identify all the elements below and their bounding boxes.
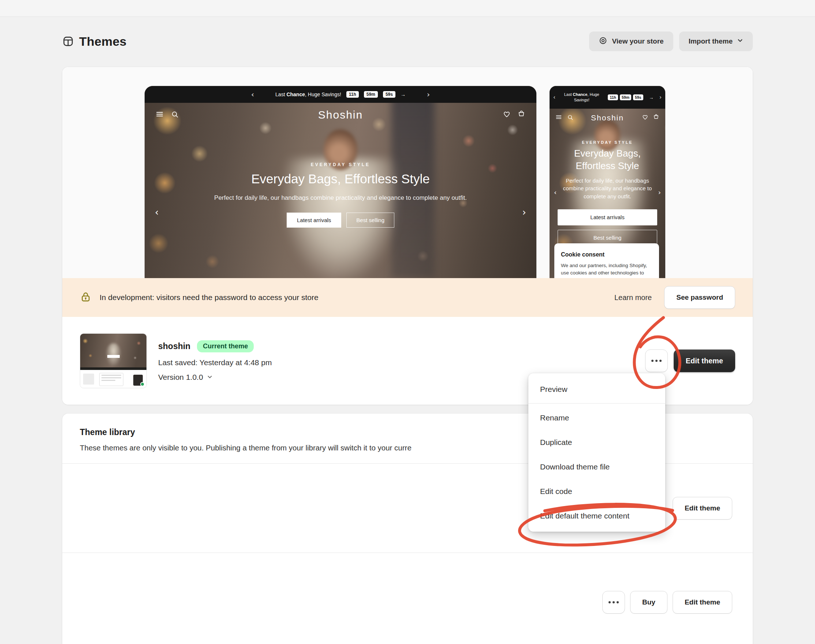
version-selector[interactable]: Version 1.0.0: [158, 373, 272, 382]
themes-page: Themes View your store Import theme: [0, 0, 815, 644]
countdown-seconds-badge: 59s: [383, 91, 395, 98]
current-theme-card: ‹ Last Chance, Huge Savings! 11h 59m 59s…: [62, 67, 753, 405]
dev-banner-message: In development: visitors need the passwo…: [100, 293, 318, 302]
hero-subtitle: Perfect for daily life, our handbags com…: [558, 177, 657, 201]
hero-title: Everyday Bags, Effortless Style: [145, 172, 537, 186]
ellipsis-icon: [651, 360, 654, 362]
themes-icon: [62, 35, 74, 47]
version-label: Version 1.0.0: [158, 373, 203, 382]
view-store-label: View your store: [612, 37, 663, 45]
last-saved-text: Last saved: Yesterday at 4:48 pm: [158, 358, 272, 367]
dev-mode-banner: In development: visitors need the passwo…: [62, 278, 753, 317]
heart-icon: [503, 110, 511, 120]
edit-theme-button[interactable]: Edit theme: [674, 350, 735, 372]
theme-actions-menu: Preview Rename Duplicate Download theme …: [528, 373, 665, 532]
menu-item-preview[interactable]: Preview: [531, 377, 662, 402]
carousel-next-icon: ›: [658, 189, 661, 196]
announcement-bar-mobile: ‹ Last Chance, Huge Savings! 11h 59m 59s…: [549, 86, 665, 109]
menu-item-edit-default-theme-content[interactable]: Edit default theme content: [531, 503, 662, 528]
heart-icon: [642, 114, 648, 122]
latest-arrivals-button: Latest arrivals: [558, 209, 657, 225]
cookie-title: Cookie consent: [561, 251, 652, 258]
search-icon: [171, 110, 179, 120]
import-theme-button[interactable]: Import theme: [679, 31, 753, 51]
hero-title: Everyday Bags, Effortless Style: [558, 147, 657, 172]
menu-divider: [528, 403, 665, 403]
menu-item-duplicate[interactable]: Duplicate: [531, 430, 662, 454]
library-theme-row: Buy Edit theme: [62, 552, 753, 644]
lock-icon: [80, 291, 92, 304]
eye-icon: [599, 36, 607, 47]
theme-thumbnail: [80, 333, 147, 388]
theme-preview-area: ‹ Last Chance, Huge Savings! 11h 59m 59s…: [62, 67, 753, 278]
more-actions-button[interactable]: [645, 350, 668, 372]
prev-arrow-icon: ‹: [251, 90, 254, 99]
hero-subtitle: Perfect for daily life, our handbags com…: [145, 194, 537, 202]
cookie-body: We and our partners, including Shopify, …: [561, 262, 652, 278]
best-selling-button: Best selling: [346, 213, 394, 228]
next-arrow-icon: ›: [660, 94, 661, 101]
countdown-minutes-badge: 59m: [364, 91, 378, 98]
next-arrow-icon: ›: [427, 90, 430, 99]
view-store-button[interactable]: View your store: [589, 31, 673, 51]
see-password-button[interactable]: See password: [664, 286, 735, 309]
page-header: Themes View your store Import theme: [62, 31, 753, 52]
hamburger-icon: [555, 114, 562, 122]
latest-arrivals-button: Latest arrivals: [287, 213, 341, 228]
page-title: Themes: [79, 34, 127, 49]
store-logo: Shoshin: [318, 109, 363, 121]
hamburger-icon: [155, 110, 164, 120]
announcement-text: Last Chance, Huge Savings!: [275, 92, 341, 97]
announcement-bar: ‹ Last Chance, Huge Savings! 11h 59m 59s…: [145, 86, 537, 103]
countdown-hours-badge: 11h: [346, 91, 359, 98]
search-icon: [567, 114, 574, 122]
chevron-down-icon: [207, 373, 213, 382]
hero-section: EVERYDAY STYLE Everyday Bags, Effortless…: [145, 162, 537, 228]
ellipsis-icon: [609, 601, 611, 603]
store-logo: Shoshin: [591, 113, 624, 122]
cart-icon: [653, 114, 660, 122]
carousel-next-icon: ›: [523, 207, 526, 218]
buy-button[interactable]: Buy: [630, 591, 667, 613]
learn-more-link[interactable]: Learn more: [614, 293, 652, 302]
arrow-right-icon: →: [401, 92, 406, 97]
theme-name: shoshin: [158, 341, 191, 351]
edit-theme-button[interactable]: Edit theme: [673, 591, 732, 613]
mobile-store-preview: ‹ Last Chance, Huge Savings! 11h 59m 59s…: [549, 86, 665, 278]
announcement-text: Last Chance, Huge Savings!: [561, 92, 602, 103]
more-actions-button[interactable]: [602, 591, 625, 613]
hero-eyebrow: EVERYDAY STYLE: [558, 140, 657, 144]
menu-item-rename[interactable]: Rename: [531, 405, 662, 430]
chevron-down-icon: [737, 37, 743, 45]
hero-section-mobile: EVERYDAY STYLE Everyday Bags, Effortless…: [549, 140, 665, 246]
cookie-consent-card: Cookie consent We and our partners, incl…: [554, 243, 659, 278]
top-strip: [0, 0, 815, 17]
hero-eyebrow: EVERYDAY STYLE: [145, 162, 537, 167]
menu-item-download-theme-file[interactable]: Download theme file: [531, 454, 662, 479]
prev-arrow-icon: ‹: [553, 94, 555, 101]
current-theme-badge: Current theme: [197, 340, 254, 353]
edit-theme-button[interactable]: Edit theme: [673, 497, 732, 520]
desktop-store-preview: ‹ Last Chance, Huge Savings! 11h 59m 59s…: [145, 86, 537, 278]
countdown-seconds-badge: 59s: [633, 94, 643, 100]
import-theme-label: Import theme: [689, 37, 733, 45]
menu-item-edit-code[interactable]: Edit code: [531, 479, 662, 503]
countdown-hours-badge: 11h: [608, 94, 618, 100]
storefront-header: Shoshin: [145, 103, 537, 127]
countdown-minutes-badge: 59m: [620, 94, 631, 100]
arrow-right-icon: →: [649, 95, 654, 100]
carousel-prev-icon: ‹: [155, 207, 158, 218]
storefront-header-mobile: Shoshin: [549, 109, 665, 127]
cart-icon: [517, 110, 525, 120]
carousel-prev-icon: ‹: [554, 189, 557, 196]
